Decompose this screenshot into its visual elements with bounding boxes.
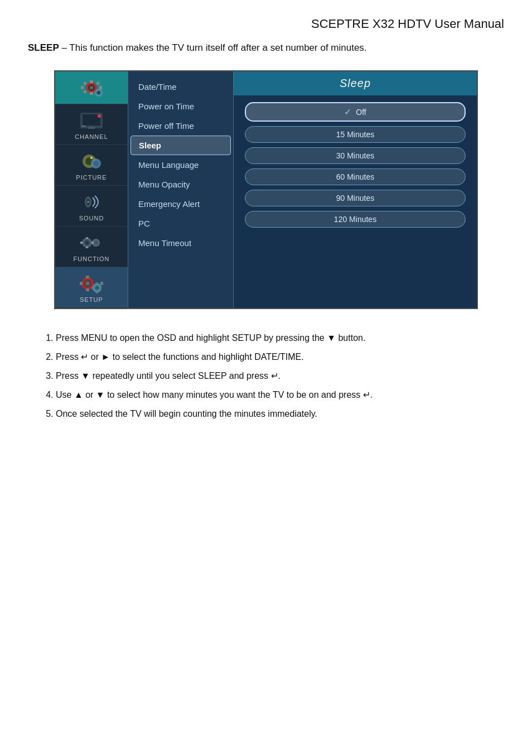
sleep-option-120min[interactable]: 120 Minutes: [245, 211, 466, 228]
channel-label: CHANNEL: [75, 133, 108, 140]
instruction-4: Use ▲ or ▼ to select how many minutes yo…: [56, 388, 504, 402]
svg-rect-4: [90, 92, 93, 95]
svg-rect-34: [80, 242, 83, 244]
sleep-option-90min[interactable]: 90 Minutes: [245, 190, 466, 206]
sleep-option-off[interactable]: ✓ Off: [245, 102, 466, 122]
intro-description: – This function makes the TV turn itself…: [61, 42, 366, 53]
intro-text: SLEEP – This function makes the TV turn …: [28, 42, 504, 54]
svg-rect-39: [86, 276, 89, 278]
sleep-option-60min-label: 60 Minutes: [336, 172, 374, 181]
svg-point-17: [98, 114, 101, 118]
sidebar-item-sound[interactable]: SOUND: [55, 186, 128, 227]
svg-rect-7: [83, 81, 87, 85]
svg-rect-33: [86, 247, 88, 248]
instruction-2: Press ↵ or ► to select the functions and…: [56, 350, 504, 364]
page-title: SCEPTRE X32 HDTV User Manual: [28, 17, 504, 31]
setup-icon: [75, 272, 108, 295]
right-panel-title: Sleep: [234, 71, 477, 95]
svg-point-23: [90, 157, 93, 159]
svg-point-38: [86, 282, 90, 286]
svg-rect-16: [88, 127, 95, 129]
svg-point-31: [94, 240, 98, 245]
svg-point-13: [98, 92, 100, 94]
function-label: FUNCTION: [74, 256, 110, 262]
setup-label: SETUP: [80, 296, 103, 303]
osd-menu: Date/Time Power on Time Power off Time S…: [128, 71, 234, 308]
svg-rect-9: [83, 90, 87, 94]
svg-point-26: [87, 201, 89, 203]
sidebar-item-setup-top[interactable]: [55, 71, 128, 104]
menu-item-power-on-time[interactable]: Power on Time: [128, 97, 233, 116]
menu-item-emergency-alert[interactable]: Emergency Alert: [128, 194, 233, 214]
svg-rect-46: [96, 282, 99, 285]
menu-item-pc[interactable]: PC: [128, 214, 233, 233]
osd-right-panel: Sleep ✓ Off 15 Minutes 30 Minutes 60 Min…: [234, 71, 477, 308]
svg-rect-35: [91, 242, 94, 244]
sleep-option-off-label: Off: [356, 108, 366, 117]
instructions-section: Press MENU to open the OSD and highlight…: [28, 331, 504, 421]
menu-item-sleep[interactable]: Sleep: [130, 136, 231, 155]
svg-rect-6: [99, 86, 102, 89]
svg-point-22: [93, 161, 99, 166]
sidebar-item-function[interactable]: FUNCTION: [55, 227, 128, 267]
svg-rect-3: [90, 80, 93, 83]
instruction-3: Press ▼ repeatedly until you select SLEE…: [56, 369, 504, 383]
checkmark-icon: ✓: [344, 107, 351, 117]
right-panel-content: ✓ Off 15 Minutes 30 Minutes 60 Minutes 9…: [234, 95, 477, 234]
svg-point-2: [90, 86, 93, 89]
menu-item-menu-opacity[interactable]: Menu Opacity: [128, 175, 233, 194]
sleep-option-60min[interactable]: 60 Minutes: [245, 168, 466, 185]
sidebar-item-setup[interactable]: SETUP: [55, 267, 128, 308]
sound-label: SOUND: [79, 215, 104, 221]
function-icon: [75, 231, 108, 254]
menu-item-power-off-time[interactable]: Power off Time: [128, 116, 233, 136]
svg-rect-49: [99, 287, 101, 290]
instruction-5: Once selected the TV will begin counting…: [56, 407, 504, 421]
svg-rect-48: [91, 287, 94, 290]
svg-rect-5: [81, 86, 84, 89]
svg-point-29: [86, 242, 89, 244]
sleep-option-15min[interactable]: 15 Minutes: [245, 126, 466, 143]
svg-rect-47: [96, 291, 99, 293]
sleep-option-120min-label: 120 Minutes: [334, 215, 376, 224]
sound-icon: [75, 190, 108, 214]
intro-keyword: SLEEP: [28, 42, 59, 53]
instructions-list: Press MENU to open the OSD and highlight…: [45, 331, 504, 421]
sleep-option-30min-label: 30 Minutes: [336, 151, 374, 160]
instruction-1: Press MENU to open the OSD and highlight…: [56, 331, 504, 345]
menu-item-menu-language[interactable]: Menu Language: [128, 155, 233, 175]
osd-container: CHANNEL PICTURE: [54, 70, 478, 309]
osd-sidebar: CHANNEL PICTURE: [55, 71, 128, 308]
menu-item-date-time[interactable]: Date/Time: [128, 77, 233, 97]
sleep-option-90min-label: 90 Minutes: [336, 194, 374, 203]
sidebar-item-channel[interactable]: CHANNEL: [55, 104, 128, 145]
svg-point-45: [96, 287, 99, 290]
svg-rect-8: [96, 81, 100, 85]
svg-rect-18: [81, 126, 86, 127]
picture-label: PICTURE: [76, 174, 107, 181]
svg-rect-32: [86, 237, 88, 239]
svg-rect-41: [80, 282, 83, 285]
svg-rect-40: [86, 288, 89, 291]
svg-rect-42: [100, 282, 103, 285]
menu-item-menu-timeout[interactable]: Menu Timeout: [128, 233, 233, 253]
sleep-option-15min-label: 15 Minutes: [336, 130, 374, 139]
setup-top-icon: [75, 76, 108, 99]
sleep-option-30min[interactable]: 30 Minutes: [245, 147, 466, 164]
picture-icon: [75, 150, 108, 173]
channel-icon: [75, 109, 108, 132]
sidebar-item-picture[interactable]: PICTURE: [55, 145, 128, 186]
